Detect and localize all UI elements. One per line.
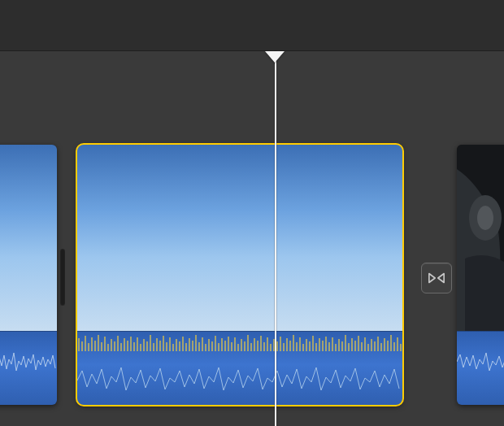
playhead-handle[interactable] <box>265 51 285 63</box>
timeline[interactable] <box>0 51 504 426</box>
timeline-clip-selected[interactable] <box>77 145 402 405</box>
clip-audio-waveform[interactable] <box>0 331 57 405</box>
clip-audio-waveform[interactable] <box>77 331 402 405</box>
timeline-clip[interactable] <box>457 145 504 405</box>
svg-point-131 <box>477 206 493 230</box>
playhead-line[interactable] <box>275 51 276 426</box>
transition-icon[interactable] <box>421 263 452 293</box>
clip-thumbnail <box>0 145 57 332</box>
clip-thumbnail <box>77 145 402 332</box>
clip-thumbnail <box>457 145 504 332</box>
timeline-clip[interactable] <box>0 145 57 405</box>
toolbar-strip <box>0 0 504 51</box>
clip-edge-handle[interactable] <box>60 249 65 306</box>
clip-audio-waveform[interactable] <box>457 331 504 405</box>
